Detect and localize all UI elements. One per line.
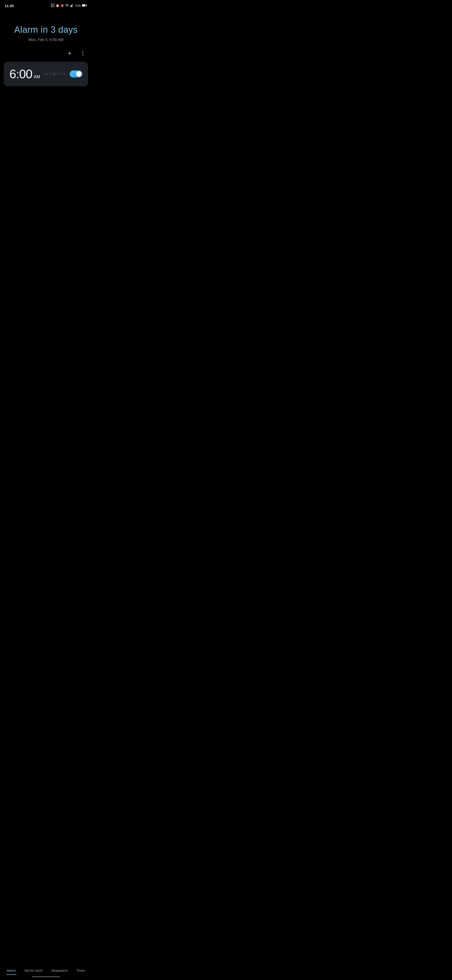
svg-rect-4 (71, 5, 71, 7)
status-time: 11:25 (5, 4, 14, 8)
mute-icon: 🔇 (60, 4, 64, 7)
battery-icon (82, 4, 87, 8)
svg-rect-6 (72, 4, 73, 7)
day-monday: M (46, 72, 49, 76)
alarm-subtext: Mon, Feb 5, 6:00 AM (29, 38, 63, 42)
alarm-toggle[interactable] (70, 70, 82, 78)
more-options-button[interactable]: ⋮ (79, 49, 87, 57)
svg-point-2 (67, 6, 67, 7)
alarm-time-value: 6:00 (10, 67, 32, 81)
day-sunday: S (43, 72, 45, 76)
signal-icon (70, 4, 73, 8)
nfc-icon: N (51, 3, 55, 8)
alarm-heading: Alarm in 3 days (14, 24, 78, 35)
alarm-right-controls: S M T W T F S (43, 70, 82, 78)
day-wednesday: W (53, 72, 56, 76)
alarm-ampm: AM (34, 75, 40, 80)
svg-rect-5 (71, 4, 72, 7)
battery-percent: 71% (75, 4, 81, 8)
svg-rect-3 (70, 6, 71, 7)
alarm-time-display: 6:00 AM (10, 67, 40, 81)
wifi-icon (65, 4, 69, 8)
svg-text:N: N (52, 5, 53, 6)
status-icons: N ⏰ 🔇 71% (51, 3, 87, 8)
svg-rect-8 (86, 5, 87, 6)
toggle-thumb (76, 71, 82, 77)
day-friday: F (60, 72, 62, 76)
day-tuesday: T (50, 72, 52, 76)
svg-rect-9 (82, 5, 85, 6)
day-saturday: S (63, 72, 65, 76)
status-bar: 11:25 N ⏰ 🔇 71% (0, 0, 92, 10)
main-content: Alarm in 3 days Mon, Feb 5, 6:00 AM + ⋮ … (0, 10, 92, 229)
alarm-icon: ⏰ (56, 4, 59, 7)
day-thursday: T (57, 72, 59, 76)
add-alarm-button[interactable]: + (65, 49, 74, 57)
alarm-card[interactable]: 6:00 AM S M T W T F S (4, 62, 88, 86)
days-row: S M T W T F S (43, 72, 65, 76)
toolbar: + ⋮ (0, 42, 92, 60)
